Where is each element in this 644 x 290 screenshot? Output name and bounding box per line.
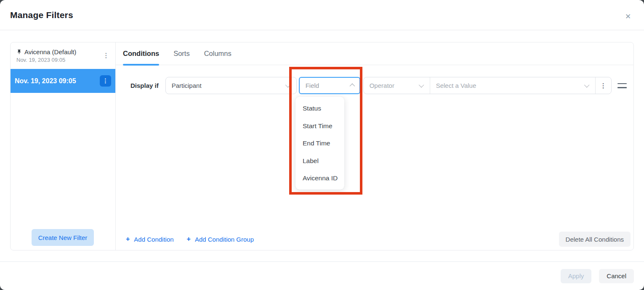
field-option-label[interactable]: Label — [295, 152, 344, 170]
plus-icon: + — [187, 235, 191, 243]
field-option-end-time[interactable]: End Time — [295, 134, 344, 152]
filter-editor-main: Conditions Sorts Columns Display if Part… — [116, 42, 633, 250]
modal-title: Manage Filters — [10, 10, 73, 20]
tab-bar: Conditions Sorts Columns — [116, 42, 633, 65]
subject-select-value: Participant — [172, 82, 287, 89]
operator-select[interactable]: Operator — [364, 77, 430, 94]
operator-select-placeholder: Operator — [370, 82, 420, 89]
sidebar-item-default-filter[interactable]: Avicenna (Default) Nov. 19, 2023 09:05 ⋮ — [11, 42, 115, 68]
field-option-status[interactable]: Status — [295, 100, 344, 117]
field-select-placeholder: Field — [306, 82, 350, 89]
default-filter-timestamp: Nov. 19, 2023 09:05 — [16, 57, 110, 63]
modal-footer: Apply Cancel — [0, 261, 644, 290]
kebab-menu-icon[interactable]: ⋮ — [102, 50, 110, 61]
condition-options-kebab-icon[interactable]: ⋮ — [595, 77, 611, 94]
plus-icon: + — [126, 235, 130, 243]
field-dropdown-menu: Status Start Time End Time Label Avicenn… — [295, 97, 344, 190]
subject-select[interactable]: Participant — [165, 77, 297, 94]
pin-icon — [16, 49, 22, 55]
filter-item-label: Nov. 19, 2023 09:05 — [15, 77, 76, 85]
manage-filters-modal: Manage Filters ✕ Avicenna (Default) Nov.… — [0, 0, 644, 290]
cancel-button[interactable]: Cancel — [599, 269, 634, 283]
drag-handle-icon[interactable] — [617, 83, 627, 88]
apply-button[interactable]: Apply — [561, 269, 592, 283]
add-condition-label: Add Condition — [134, 236, 173, 243]
add-condition-group-label: Add Condition Group — [195, 236, 254, 243]
field-select[interactable]: Field — [299, 77, 360, 94]
add-condition-group-button[interactable]: + Add Condition Group — [187, 235, 254, 243]
tab-sorts[interactable]: Sorts — [173, 42, 190, 65]
operator-value-group: Operator Select a Value ⋮ — [363, 77, 612, 94]
tab-conditions[interactable]: Conditions — [123, 42, 159, 65]
delete-all-conditions-button[interactable]: Delete All Conditions — [559, 232, 631, 247]
close-icon[interactable]: ✕ — [623, 12, 633, 22]
value-select-placeholder: Select a Value — [436, 82, 585, 89]
field-option-avicenna-id[interactable]: Avicenna ID — [295, 169, 344, 187]
filters-panel: Avicenna (Default) Nov. 19, 2023 09:05 ⋮… — [10, 42, 634, 250]
condition-row: Display if Participant Field Operator Se — [116, 77, 633, 94]
display-if-label: Display if — [130, 82, 159, 89]
modal-header: Manage Filters ✕ — [0, 0, 644, 30]
tab-columns[interactable]: Columns — [204, 42, 232, 65]
add-condition-button[interactable]: + Add Condition — [126, 235, 174, 243]
value-select[interactable]: Select a Value — [430, 77, 595, 94]
kebab-menu-icon[interactable]: ⋮ — [100, 75, 111, 87]
default-filter-name: Avicenna (Default) — [24, 48, 76, 55]
filters-sidebar: Avicenna (Default) Nov. 19, 2023 09:05 ⋮… — [11, 42, 116, 250]
condition-actions: + Add Condition + Add Condition Group — [126, 235, 254, 243]
chevron-up-icon — [349, 84, 355, 89]
sidebar-item-filter-selected[interactable]: Nov. 19, 2023 09:05 ⋮ — [11, 69, 115, 93]
create-new-filter-button[interactable]: Create New Filter — [32, 229, 94, 246]
field-option-start-time[interactable]: Start Time — [295, 117, 344, 135]
